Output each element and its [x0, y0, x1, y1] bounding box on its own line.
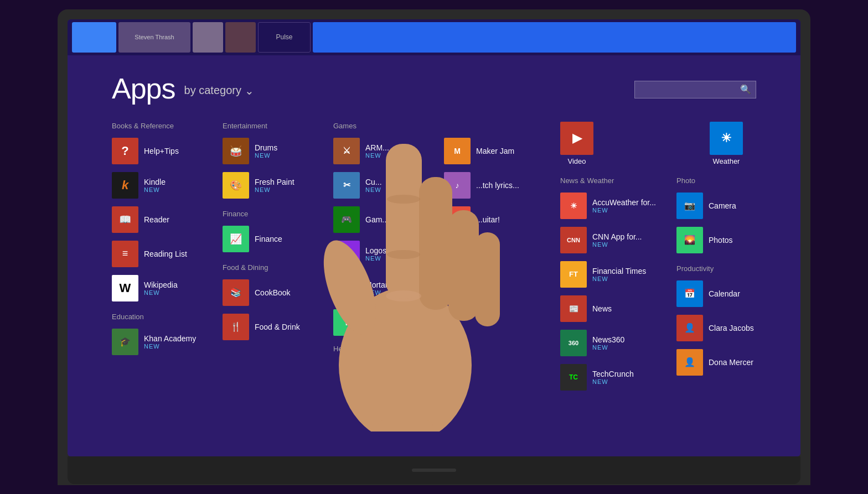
thumbnail-pulse[interactable]: Pulse — [258, 22, 311, 53]
thumbnail-person2[interactable] — [193, 22, 223, 53]
app-name-khan-academy: Khan Academy — [144, 334, 196, 343]
category-finance: Finance 📈 Finance — [223, 210, 328, 252]
category-entertainment: Entertainment 🥁 Drums NEW 🎨 — [223, 122, 328, 398]
app-new-ft: NEW — [592, 275, 646, 282]
app-news360[interactable]: 360 News360 NEW — [560, 330, 671, 356]
app-financial-times[interactable]: FT Financial Times NEW — [560, 261, 671, 288]
app-arm[interactable]: ⚔ ARM... NEW — [333, 138, 438, 164]
app-clara-jacobs[interactable]: 👤 Clara Jacobs — [676, 315, 776, 341]
category-photo-productivity: ☀ Weather Photo 📷 Camera — [676, 122, 776, 398]
tile-video[interactable]: ▶ Video — [560, 122, 593, 165]
app-icon-arm: ⚔ — [333, 138, 360, 164]
app-reading-list[interactable]: ≡ Reading List — [112, 241, 217, 267]
thumbnail-blue[interactable] — [72, 22, 116, 53]
app-icon-calendar: 📅 — [676, 280, 703, 307]
app-accuweather[interactable]: ☀ AccuWeather for... NEW — [560, 193, 671, 219]
app-new-mortar: NEW — [365, 289, 409, 296]
app-icon-mortar: 💥 — [333, 275, 360, 301]
app-food-drink[interactable]: 🍴 Food & Drink — [223, 314, 328, 340]
app-logos[interactable]: L Logos G... NEW — [333, 241, 438, 267]
thumbnail-person1[interactable]: Steven Thrash — [118, 22, 190, 53]
app-icon-game-app: 🎮 — [333, 206, 360, 233]
app-name-arm: ARM... — [365, 143, 389, 152]
app-icon-financial-times: FT — [560, 261, 587, 288]
logos-icon: L — [344, 249, 349, 259]
app-news[interactable]: 📰 News — [560, 295, 671, 322]
app-cookbook[interactable]: 📚 CookBook — [223, 279, 328, 306]
category-title-photo: Photo — [676, 176, 776, 185]
app-icon-cookbook: 📚 — [223, 279, 249, 306]
app-game-app[interactable]: 🎮 Gam... — [333, 206, 438, 233]
laptop-outer: Steven Thrash Pulse Apps by category ⌄ 🔍 — [58, 9, 810, 485]
app-icon-taptitude: T — [333, 309, 360, 336]
app-name-guitar: ...uitar! — [476, 215, 500, 224]
app-drums[interactable]: 🥁 Drums NEW — [223, 138, 328, 164]
app-icon-food-drink: 🍴 — [223, 314, 249, 340]
app-name-weather: Weather — [713, 157, 740, 165]
camera-icon: 📷 — [684, 200, 695, 211]
app-fresh-paint[interactable]: 🎨 Fresh Paint NEW — [223, 172, 328, 199]
reader-icon: 📖 — [119, 214, 131, 226]
app-name-reader: Reader — [144, 215, 169, 224]
app-new-cnn: NEW — [592, 241, 642, 248]
app-help-tips[interactable]: ? Help+Tips — [112, 138, 217, 164]
app-name-game-app: Gam... — [365, 215, 389, 224]
kindle-icon: k — [122, 178, 128, 193]
search-icon[interactable]: 🔍 — [740, 84, 751, 95]
filter-dropdown[interactable]: by category ⌄ — [184, 84, 254, 97]
app-taptitude[interactable]: T Taptitude NEW — [333, 309, 438, 336]
app-new-kindle: NEW — [144, 186, 166, 193]
app-guitar[interactable]: 🎸 ...uitar! — [444, 206, 555, 233]
reading-list-icon: ≡ — [122, 248, 128, 259]
app-icon-guitar: 🎸 — [444, 206, 471, 233]
laptop-hinge — [412, 469, 456, 472]
arm-icon: ⚔ — [343, 145, 350, 156]
app-new-khan: NEW — [144, 343, 196, 350]
app-reader[interactable]: 📖 Reader — [112, 206, 217, 233]
category-hidden-area: M Maker Jam ♪ ...tch lyrics... — [444, 122, 555, 398]
app-khan-academy[interactable]: 🎓 Khan Academy NEW — [112, 329, 217, 355]
lyrics-icon: ♪ — [456, 181, 459, 190]
app-icon-kindle: k — [112, 172, 138, 199]
app-icon-accuweather: ☀ — [560, 193, 587, 219]
category-education: Education 🎓 Khan Academy NEW — [112, 313, 217, 355]
app-icon-news: 📰 — [560, 295, 587, 322]
app-name-lyrics: ...tch lyrics... — [476, 181, 519, 190]
app-photos[interactable]: 🌄 Photos — [676, 227, 776, 253]
search-box[interactable]: 🔍 — [634, 81, 756, 98]
app-new-techcrunch: NEW — [592, 378, 634, 385]
app-techcrunch[interactable]: TC TechCrunch NEW — [560, 364, 671, 391]
app-name-mortar: Mortar Mel... — [365, 280, 409, 289]
search-input[interactable] — [639, 85, 740, 93]
app-mortar[interactable]: 💥 Mortar Mel... NEW — [333, 275, 438, 301]
app-dona-mercer[interactable]: 👤 Dona Mercer — [676, 349, 776, 376]
app-icon-reader: 📖 — [112, 206, 138, 233]
tile-weather[interactable]: ☀ Weather — [676, 122, 776, 165]
app-icon-techcrunch: TC — [560, 364, 587, 391]
app-icon-dona-mercer: 👤 — [676, 349, 703, 376]
app-kindle[interactable]: k Kindle NEW — [112, 172, 217, 199]
app-camera[interactable]: 📷 Camera — [676, 193, 776, 219]
app-lyrics[interactable]: ♪ ...tch lyrics... — [444, 172, 555, 199]
calendar-icon: 📅 — [684, 288, 695, 299]
thumbnail-person3[interactable] — [225, 22, 256, 53]
mortar-icon: 💥 — [341, 283, 352, 293]
app-finance[interactable]: 📈 Finance — [223, 226, 328, 252]
app-name-techcrunch: TechCrunch — [592, 370, 634, 378]
thumbnail-wide-blue[interactable] — [313, 22, 796, 53]
app-icon-fresh-paint: 🎨 — [223, 172, 249, 199]
taptitude-icon: T — [344, 318, 349, 327]
news-icon: 📰 — [569, 304, 578, 313]
app-cut[interactable]: ✂ Cu... NEW — [333, 172, 438, 199]
app-maker-jam[interactable]: M Maker Jam — [444, 138, 555, 164]
app-name-reading-list: Reading List — [144, 249, 187, 258]
app-cnn[interactable]: CNN CNN App for... NEW — [560, 227, 671, 253]
app-icon-weather: ☀ — [710, 122, 743, 155]
app-wikipedia[interactable]: W Wikipedia NEW — [112, 275, 217, 301]
filter-label: by category — [184, 84, 241, 97]
app-calendar[interactable]: 📅 Calendar — [676, 280, 776, 307]
app-icon-video: ▶ — [560, 122, 593, 155]
app-name-photos: Photos — [709, 236, 733, 245]
app-new-drums: NEW — [255, 152, 277, 159]
app-new-accuweather: NEW — [592, 207, 656, 214]
